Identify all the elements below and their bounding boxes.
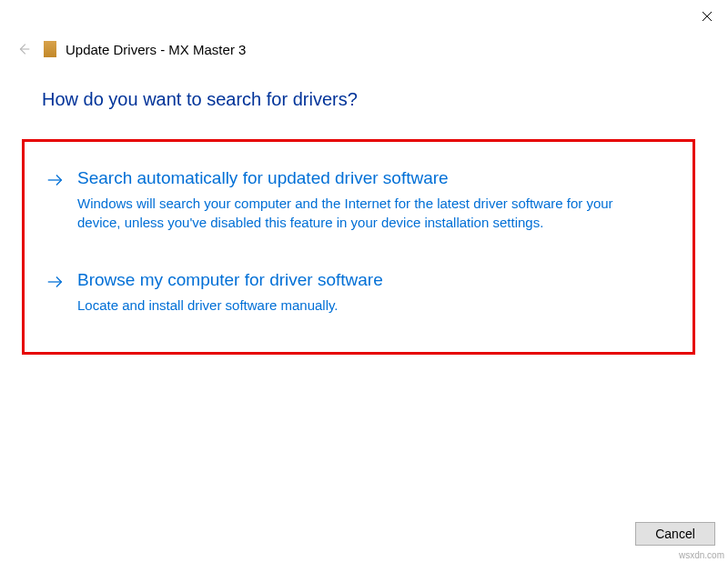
titlebar xyxy=(0,0,728,33)
option-body: Browse my computer for driver software L… xyxy=(77,269,672,315)
footer: Cancel xyxy=(635,522,715,546)
option-description: Locate and install driver software manua… xyxy=(77,296,642,316)
option-browse-computer[interactable]: Browse my computer for driver software L… xyxy=(45,269,672,315)
option-title: Search automatically for updated driver … xyxy=(77,167,672,190)
page-heading: How do you want to search for drivers? xyxy=(42,89,686,110)
arrow-right-icon xyxy=(45,169,66,191)
close-button[interactable] xyxy=(686,2,728,31)
arrow-right-icon xyxy=(45,271,66,293)
content-area: How do you want to search for drivers? S… xyxy=(0,67,728,355)
option-search-automatically[interactable]: Search automatically for updated driver … xyxy=(45,167,672,233)
cancel-button[interactable]: Cancel xyxy=(635,522,715,546)
option-title: Browse my computer for driver software xyxy=(77,269,672,292)
watermark: wsxdn.com xyxy=(679,550,724,560)
option-description: Windows will search your computer and th… xyxy=(77,194,642,234)
close-icon xyxy=(702,11,713,22)
header-row: Update Drivers - MX Master 3 xyxy=(0,33,728,67)
back-arrow-icon xyxy=(15,41,32,57)
back-button[interactable] xyxy=(15,40,33,58)
options-highlight-box: Search automatically for updated driver … xyxy=(22,139,695,355)
window-title: Update Drivers - MX Master 3 xyxy=(66,42,246,57)
device-icon xyxy=(44,41,56,57)
option-body: Search automatically for updated driver … xyxy=(77,167,672,233)
